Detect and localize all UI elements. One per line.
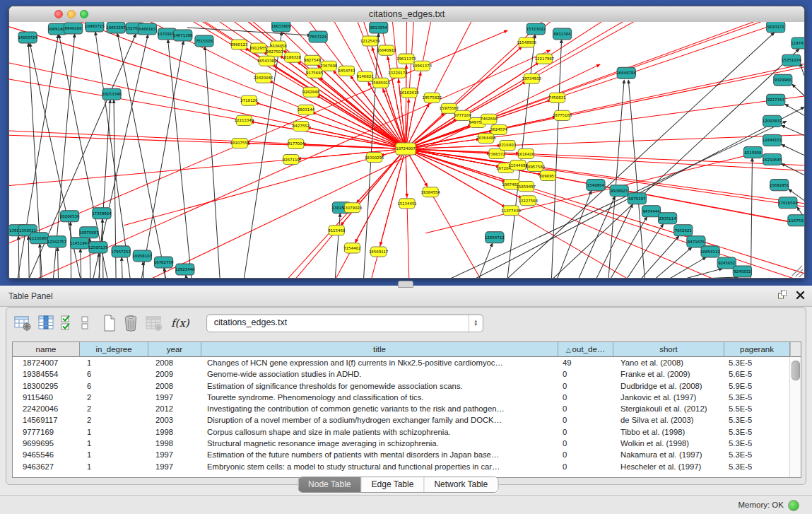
table-cell[interactable]: Dudbridge et al. (2008) <box>613 380 724 392</box>
network-view-window[interactable]: citations_edges.txt 14055724206914068940… <box>8 6 805 279</box>
table-cell[interactable]: 2008 <box>148 357 201 368</box>
table-cell[interactable]: 1 <box>80 449 148 460</box>
window-titlebar[interactable]: citations_edges.txt <box>9 6 804 23</box>
table-cell[interactable]: Estimation of significance thresholds fo… <box>201 380 558 392</box>
table-row[interactable]: 969969511998Structural magnetic resonanc… <box>13 438 790 449</box>
vertical-scrollbar[interactable] <box>789 357 801 477</box>
table-cell[interactable]: 2 <box>80 392 148 403</box>
table-cell[interactable]: Changes of HCN gene expression and I(f) … <box>201 357 558 368</box>
table-cell[interactable]: 9699695 <box>13 438 80 449</box>
column-header-in_degree[interactable]: in_degree <box>80 342 148 357</box>
table-cell[interactable]: Investigating the contribution of common… <box>201 403 558 414</box>
table-cell[interactable]: 6 <box>80 380 148 392</box>
table-row[interactable]: 1456911722003Disruption of a novel membe… <box>13 414 790 426</box>
table-cell[interactable]: 5.3E-5 <box>724 414 790 426</box>
table-cell[interactable]: 5.5E-5 <box>724 403 790 414</box>
table-cell[interactable]: 49 <box>558 357 613 368</box>
table-cell[interactable]: 0 <box>558 392 613 403</box>
column-header-name[interactable]: name <box>13 342 80 357</box>
table-row[interactable]: 911546021997Tourette syndrome. Phenomeno… <box>13 392 790 403</box>
table-row[interactable]: 946554611997Estimation of the future num… <box>13 449 790 460</box>
table-cell[interactable]: Tibbo et al. (1998) <box>613 426 724 438</box>
table-cell[interactable]: 1 <box>80 426 148 438</box>
table-row[interactable]: 977716911998Corpus callosum shape and si… <box>13 426 790 438</box>
table-panel-header[interactable]: Table Panel <box>0 286 812 307</box>
table-cell[interactable]: 1998 <box>148 426 201 438</box>
table-row[interactable]: 2242004622012Investigating the contribut… <box>13 403 790 414</box>
table-cell[interactable]: 0 <box>558 403 613 414</box>
table-cell[interactable]: 2 <box>80 403 148 414</box>
table-cell[interactable]: Tourette syndrome. Phenomenology and cla… <box>201 392 558 403</box>
table-cell[interactable]: 1 <box>80 461 148 472</box>
table-cell[interactable]: Franke et al. (2009) <box>613 368 724 380</box>
table-cell[interactable]: Yano et al. (2008) <box>613 357 724 368</box>
column-chooser-icon[interactable] <box>37 313 55 333</box>
table-row[interactable]: 1830029562008Estimation of significance … <box>13 380 790 392</box>
table-cell[interactable]: 5.3E-5 <box>724 426 790 438</box>
table-cell[interactable]: Stergiakouli et al. (2012) <box>613 403 724 414</box>
table-cell[interactable]: Disruption of a novel member of a sodium… <box>201 414 558 426</box>
table-cell[interactable]: 9465546 <box>13 449 80 460</box>
column-header-year[interactable]: year <box>148 342 201 357</box>
float-panel-icon[interactable] <box>777 290 787 300</box>
new-document-icon[interactable] <box>102 313 117 333</box>
table-cell[interactable]: 22420046 <box>13 403 80 414</box>
table-cell[interactable]: de Silva et al. (2003) <box>613 414 724 426</box>
table-cell[interactable]: 5.3E-5 <box>724 449 790 460</box>
table-cell[interactable]: 18300295 <box>13 380 80 392</box>
table-cell[interactable]: 9777169 <box>13 426 80 438</box>
table-settings-icon[interactable] <box>13 313 33 333</box>
tab-network-table[interactable]: Network Table <box>424 477 498 492</box>
table-cell[interactable]: Hescheler et al. (1997) <box>613 461 724 472</box>
network-table-selector[interactable]: citations_edges.txt ▲▼ <box>206 314 483 332</box>
table-cell[interactable]: 2008 <box>148 380 201 392</box>
table-cell[interactable]: 19384554 <box>13 368 80 380</box>
table-cell[interactable]: Embryonic stem cells: a model to study s… <box>201 461 558 472</box>
column-header-pagerank[interactable]: pagerank <box>724 342 790 357</box>
function-fx-icon[interactable]: f(x) <box>171 313 189 333</box>
table-cell[interactable]: Jankovic et al. (1997) <box>613 392 724 403</box>
table-row[interactable]: 1938455462009Genome-wide association stu… <box>13 368 790 380</box>
table-cell[interactable]: 2012 <box>148 403 201 414</box>
table-cell[interactable]: Corpus callosum shape and size in male p… <box>201 426 558 438</box>
network-canvas[interactable]: 1405572420691406894016010493715106532871… <box>9 22 804 278</box>
table-cell[interactable]: 1 <box>80 357 148 368</box>
table-cell[interactable]: 5.3E-5 <box>724 392 790 403</box>
table-cell[interactable]: 5.9E-5 <box>724 380 790 392</box>
table-cell[interactable]: 1997 <box>148 449 201 460</box>
scrollbar-thumb[interactable] <box>792 361 800 380</box>
table-cell[interactable]: 0 <box>558 414 613 426</box>
table-cell[interactable]: 5.3E-5 <box>724 461 790 472</box>
table-cell[interactable]: 2009 <box>148 368 201 380</box>
table-cell[interactable]: 0 <box>558 426 613 438</box>
table-row[interactable]: 946362711997Embryonic stem cells: a mode… <box>13 461 790 472</box>
delete-trash-icon[interactable] <box>122 313 140 333</box>
node-attribute-table[interactable]: namein_degreeyeartitle△out_de…shortpager… <box>12 341 801 478</box>
table-cell[interactable]: 6 <box>80 368 148 380</box>
clear-selection-icon[interactable] <box>79 313 90 333</box>
select-all-checkboxes-icon[interactable] <box>59 313 75 333</box>
table-cell[interactable]: 0 <box>558 461 613 472</box>
table-cell[interactable]: 1998 <box>148 438 201 449</box>
memory-status-indicator-icon[interactable] <box>788 500 799 511</box>
table-cell[interactable]: 0 <box>558 449 613 460</box>
column-header-out_de[interactable]: △out_de… <box>558 342 613 357</box>
table-cell[interactable]: 2003 <box>148 414 201 426</box>
table-cell[interactable]: 5.6E-5 <box>724 368 790 380</box>
table-cell[interactable]: Genome-wide association studies in ADHD. <box>201 368 558 380</box>
tab-edge-table[interactable]: Edge Table <box>362 477 425 492</box>
table-cell[interactable]: Estimation of the future numbers of pati… <box>201 449 558 460</box>
network-canvas-container[interactable]: 1405572420691406894016010493715106532871… <box>9 22 804 278</box>
column-header-short[interactable]: short <box>613 342 724 357</box>
table-cell[interactable]: 0 <box>558 438 613 449</box>
table-cell[interactable]: 0 <box>558 368 613 380</box>
table-cell[interactable]: 2 <box>80 414 148 426</box>
delete-table-icon[interactable] <box>144 313 163 333</box>
table-cell[interactable]: Structural magnetic resonance image aver… <box>201 438 558 449</box>
table-cell[interactable]: 18724007 <box>13 357 80 368</box>
table-cell[interactable]: 9463627 <box>13 461 80 472</box>
table-cell[interactable]: 1 <box>80 438 148 449</box>
table-cell[interactable]: Wolkin et al. (1998) <box>613 438 724 449</box>
panel-drag-handle[interactable] <box>398 281 413 288</box>
table-cell[interactable]: Nakamura et al. (1997) <box>613 449 724 460</box>
